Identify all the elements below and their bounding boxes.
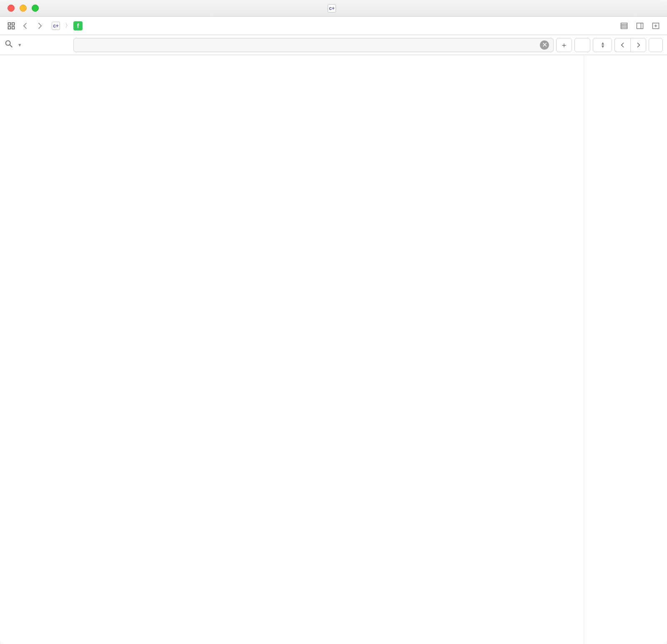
- navigation-toolbar: c+ 〉 f: [0, 17, 667, 35]
- editor-layout-button-1[interactable]: [618, 20, 630, 32]
- related-items-button[interactable]: [5, 20, 18, 32]
- forward-button[interactable]: [33, 20, 46, 32]
- svg-rect-8: [637, 23, 643, 28]
- chevron-right-icon: 〉: [65, 22, 71, 30]
- svg-rect-1: [12, 23, 15, 25]
- breadcrumb[interactable]: c+ 〉 f: [52, 21, 85, 30]
- code-editor[interactable]: [0, 55, 584, 644]
- case-sensitive-toggle[interactable]: [574, 38, 590, 52]
- svg-point-13: [6, 41, 10, 45]
- svg-rect-2: [8, 26, 11, 29]
- window-controls: [8, 5, 39, 12]
- find-input[interactable]: [78, 40, 537, 50]
- code-area[interactable]: [30, 55, 584, 644]
- find-input-container: ✕: [73, 38, 554, 52]
- insert-pattern-button[interactable]: ＋: [556, 38, 572, 52]
- match-mode-select[interactable]: ▴▾: [593, 38, 612, 52]
- main-area: [0, 55, 667, 644]
- add-editor-button[interactable]: [649, 20, 662, 32]
- cpp-file-icon: c+: [328, 4, 336, 13]
- cpp-file-icon: c+: [52, 22, 60, 30]
- minimize-window-button[interactable]: [20, 5, 27, 12]
- minimap[interactable]: [584, 55, 667, 644]
- find-done-button[interactable]: [649, 38, 663, 52]
- editor-window: c+ c+ 〉 f: [0, 0, 667, 644]
- svg-line-14: [10, 45, 13, 48]
- title-center: c+: [0, 4, 667, 13]
- search-icon: [4, 39, 13, 50]
- find-prev-button[interactable]: [614, 38, 630, 52]
- find-bar: ▾ ✕ ＋ ▴▾: [0, 35, 667, 55]
- chevron-down-icon[interactable]: ▾: [18, 42, 21, 48]
- svg-rect-3: [12, 26, 15, 29]
- select-chevron-icon: ▴▾: [602, 42, 604, 48]
- zoom-window-button[interactable]: [32, 5, 39, 12]
- titlebar: c+: [0, 0, 667, 17]
- back-button[interactable]: [19, 20, 32, 32]
- function-badge-icon: f: [73, 21, 83, 30]
- editor-layout-button-2[interactable]: [634, 20, 646, 32]
- find-next-button[interactable]: [630, 38, 646, 52]
- find-nav-segment: [614, 38, 646, 52]
- clear-search-icon[interactable]: ✕: [540, 40, 549, 50]
- close-window-button[interactable]: [8, 5, 15, 12]
- line-gutter: [0, 55, 30, 644]
- svg-rect-0: [8, 23, 11, 25]
